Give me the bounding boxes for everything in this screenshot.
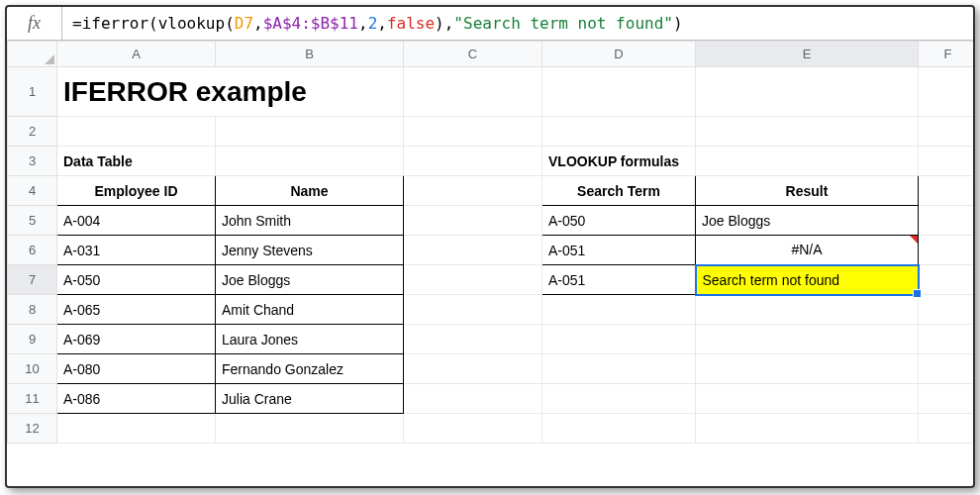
cell[interactable] (919, 206, 976, 236)
row-header-10[interactable]: 10 (8, 354, 57, 384)
cell[interactable] (542, 67, 696, 117)
table-row[interactable]: Laura Jones (216, 325, 404, 354)
formula-text: =iferror(vlookup( (72, 14, 235, 33)
cell[interactable] (216, 414, 404, 444)
table-row[interactable]: A-080 (57, 354, 216, 384)
cell[interactable] (919, 295, 976, 325)
cell[interactable] (404, 265, 542, 295)
column-header-d[interactable]: D (542, 42, 696, 67)
table-row[interactable]: A-050 (542, 206, 696, 236)
table-row[interactable]: Jenny Stevens (216, 236, 404, 265)
cell[interactable] (404, 325, 542, 354)
table-row[interactable]: A-065 (57, 295, 216, 325)
cell[interactable] (919, 354, 976, 384)
formula-num: 2 (368, 14, 378, 33)
fx-icon[interactable]: fx (7, 7, 62, 40)
formula-input[interactable]: =iferror(vlookup(D7,$A$4:$B$11,2,false),… (62, 8, 973, 39)
select-all-corner[interactable] (8, 42, 57, 67)
formula-bar[interactable]: fx =iferror(vlookup(D7,$A$4:$B$11,2,fals… (7, 7, 973, 41)
table-row[interactable]: John Smith (216, 206, 404, 236)
row-header-7[interactable]: 7 (8, 265, 57, 295)
cell[interactable] (404, 176, 542, 206)
cell[interactable] (404, 354, 542, 384)
cell[interactable] (696, 67, 919, 117)
cell[interactable] (404, 67, 542, 117)
cell[interactable] (542, 384, 696, 414)
cell[interactable] (919, 414, 976, 444)
cell[interactable] (919, 236, 976, 265)
header-result[interactable]: Result (696, 176, 919, 206)
cell[interactable] (404, 414, 542, 444)
table-row[interactable]: A-086 (57, 384, 216, 414)
cell[interactable] (696, 147, 919, 176)
table-row[interactable]: A-051 (542, 265, 696, 295)
cell[interactable] (216, 117, 404, 147)
page-title[interactable]: IFERROR example (57, 67, 404, 117)
row-header-8[interactable]: 8 (8, 295, 57, 325)
table-row[interactable]: A-031 (57, 236, 216, 265)
cell[interactable] (696, 295, 919, 325)
row-header-9[interactable]: 9 (8, 325, 57, 354)
cell[interactable] (919, 176, 976, 206)
header-name[interactable]: Name (216, 176, 404, 206)
header-search-term[interactable]: Search Term (542, 176, 696, 206)
row-header-12[interactable]: 12 (8, 414, 57, 444)
cell[interactable] (542, 295, 696, 325)
cell[interactable] (919, 265, 976, 295)
cell[interactable] (696, 354, 919, 384)
cell[interactable] (404, 384, 542, 414)
cell[interactable] (919, 147, 976, 176)
cell[interactable] (919, 325, 976, 354)
cell[interactable] (696, 384, 919, 414)
row-header-2[interactable]: 2 (8, 117, 57, 147)
cell[interactable] (57, 117, 216, 147)
cell[interactable] (542, 117, 696, 147)
cell[interactable] (542, 354, 696, 384)
table-row[interactable]: Joe Bloggs (696, 206, 919, 236)
table-row[interactable]: A-050 (57, 265, 216, 295)
table-row[interactable]: Joe Bloggs (216, 265, 404, 295)
formula-ref-d7: D7 (235, 14, 253, 33)
column-header-f[interactable]: F (919, 42, 976, 67)
cell[interactable] (919, 117, 976, 147)
cell[interactable] (57, 414, 216, 444)
row-header-11[interactable]: 11 (8, 384, 57, 414)
column-header-a[interactable]: A (57, 42, 216, 67)
cell[interactable] (404, 295, 542, 325)
row-header-3[interactable]: 3 (8, 147, 57, 176)
error-cell[interactable]: #N/A (696, 236, 919, 265)
cell[interactable] (404, 117, 542, 147)
spreadsheet-grid[interactable]: A B C D E F 1 IFERROR example 2 3 (7, 41, 975, 444)
column-header-c[interactable]: C (404, 42, 542, 67)
cell[interactable] (216, 147, 404, 176)
cell[interactable] (696, 414, 919, 444)
table-row[interactable]: A-004 (57, 206, 216, 236)
table-row[interactable]: Fernando Gonzalez (216, 354, 404, 384)
table-row[interactable]: Amit Chand (216, 295, 404, 325)
formula-bool: false (387, 14, 435, 33)
row-header-4[interactable]: 4 (8, 176, 57, 206)
cell[interactable] (696, 325, 919, 354)
data-table-label[interactable]: Data Table (57, 147, 216, 176)
cell[interactable] (404, 236, 542, 265)
column-header-b[interactable]: B (216, 42, 404, 67)
table-row[interactable]: Julia Crane (216, 384, 404, 414)
table-row[interactable]: A-069 (57, 325, 216, 354)
cell[interactable] (404, 206, 542, 236)
header-employee-id[interactable]: Employee ID (57, 176, 216, 206)
vlookup-formulas-label[interactable]: VLOOKUP formulas (542, 147, 696, 176)
selected-cell[interactable]: Search term not found (696, 265, 919, 295)
cell[interactable] (919, 384, 976, 414)
cell[interactable] (542, 414, 696, 444)
column-header-e[interactable]: E (696, 42, 919, 67)
formula-string: "Search term not found" (453, 14, 673, 33)
cell[interactable] (404, 147, 542, 176)
cell[interactable] (696, 117, 919, 147)
table-row[interactable]: A-051 (542, 236, 696, 265)
row-header-6[interactable]: 6 (8, 236, 57, 265)
cell[interactable] (542, 325, 696, 354)
cell[interactable] (919, 67, 976, 117)
row-header-1[interactable]: 1 (8, 67, 57, 117)
formula-ref-range: $A$4:$B$11 (263, 14, 358, 33)
row-header-5[interactable]: 5 (8, 206, 57, 236)
